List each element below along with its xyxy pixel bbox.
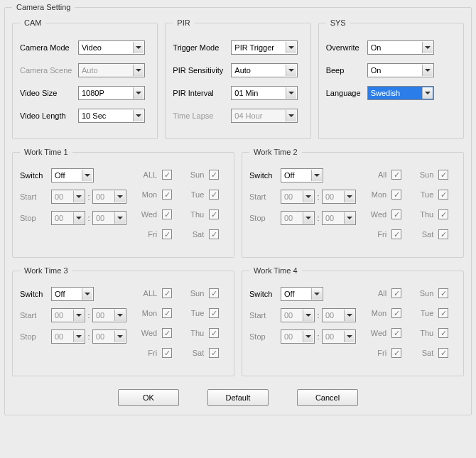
- day-checkbox-sun[interactable]: [209, 170, 219, 180]
- pir-sensitivity-select[interactable]: Auto: [231, 63, 298, 77]
- day-checkbox-thu[interactable]: [209, 328, 219, 338]
- day-label-tue: Tue: [412, 190, 433, 199]
- day-checkbox-fri[interactable]: [162, 348, 172, 358]
- day-checkbox-thu[interactable]: [209, 209, 219, 219]
- chevron-down-icon: [73, 191, 84, 202]
- switch-select[interactable]: Off: [281, 168, 323, 182]
- day-checkbox-tue[interactable]: [438, 190, 448, 200]
- day-checkbox-sun[interactable]: [438, 170, 448, 180]
- day-checkbox-mon[interactable]: [162, 190, 172, 200]
- switch-select[interactable]: Off: [281, 287, 323, 301]
- chevron-down-icon: [303, 331, 313, 342]
- chevron-down-icon: [311, 288, 322, 300]
- chevron-down-icon: [133, 87, 144, 99]
- day-checkbox-fri[interactable]: [391, 348, 401, 358]
- pir-interval-select[interactable]: 01 Min: [231, 86, 298, 100]
- pir-group: PIR Trigger Mode PIR Trigger PIR Sensiti…: [165, 18, 310, 139]
- day-label-tue: Tue: [183, 309, 204, 317]
- camera-mode-select[interactable]: Video: [78, 40, 145, 55]
- day-label-sun: Sun: [183, 170, 204, 179]
- day-label-thu: Thu: [412, 210, 433, 219]
- day-checkbox-sat[interactable]: [209, 348, 219, 358]
- default-button[interactable]: Default: [207, 389, 269, 406]
- day-checkbox-mon[interactable]: [391, 190, 401, 200]
- day-label-sun: Sun: [183, 289, 204, 298]
- chevron-down-icon: [344, 310, 355, 321]
- chevron-down-icon: [114, 191, 125, 202]
- day-checkbox-wed[interactable]: [162, 209, 172, 219]
- day-checkbox-wed[interactable]: [391, 328, 401, 338]
- day-checkbox-wed[interactable]: [162, 328, 172, 338]
- day-label-thu: Thu: [412, 329, 433, 337]
- chevron-down-icon: [303, 310, 313, 321]
- chevron-down-icon: [286, 65, 296, 76]
- ok-button[interactable]: OK: [118, 389, 179, 406]
- day-checkbox-sat[interactable]: [209, 229, 219, 239]
- day-label-all: All: [363, 289, 386, 298]
- worktime-1-legend: Work Time 1: [20, 148, 72, 156]
- sys-group: SYS Overwrite On Beep On Language Swedis…: [318, 18, 464, 139]
- time-lapse-select: 04 Hour: [231, 109, 298, 123]
- day-label-tue: Tue: [183, 190, 204, 199]
- chevron-down-icon: [344, 191, 355, 202]
- language-select[interactable]: Swedish: [367, 86, 434, 100]
- day-label-sun: Sun: [412, 170, 433, 179]
- switch-label: Switch: [20, 290, 51, 298]
- beep-select[interactable]: On: [367, 63, 434, 77]
- chevron-down-icon: [114, 212, 125, 224]
- video-length-select[interactable]: 10 Sec: [78, 109, 145, 123]
- day-checkbox-sun[interactable]: [438, 288, 448, 298]
- day-label-fri: Fri: [134, 349, 157, 357]
- switch-select[interactable]: Off: [51, 168, 94, 182]
- day-checkbox-mon[interactable]: [391, 308, 401, 318]
- day-checkbox-all[interactable]: [162, 288, 172, 298]
- stop-min-select: 00: [322, 329, 356, 344]
- day-checkbox-tue[interactable]: [209, 308, 219, 318]
- sys-legend: SYS: [326, 18, 350, 27]
- worktime-1-group: Work Time 1 Switch Off Start 00 : 00 Sto…: [12, 148, 234, 258]
- time-lapse-row: Time Lapse 04 Hour: [173, 108, 303, 124]
- video-size-select[interactable]: 1080P: [78, 86, 145, 100]
- day-checkbox-sun[interactable]: [209, 288, 219, 298]
- cancel-button[interactable]: Cancel: [297, 389, 358, 406]
- day-checkbox-tue[interactable]: [209, 190, 219, 200]
- day-label-wed: Wed: [134, 329, 157, 337]
- day-label-fri: Fri: [363, 349, 386, 357]
- stop-hour-select: 00: [281, 211, 315, 225]
- day-checkbox-mon[interactable]: [162, 308, 172, 318]
- day-checkbox-fri[interactable]: [162, 229, 172, 239]
- day-checkbox-thu[interactable]: [438, 209, 448, 219]
- stop-label: Stop: [249, 332, 281, 341]
- language-label: Language: [326, 89, 367, 97]
- trigger-mode-select[interactable]: PIR Trigger: [231, 40, 298, 55]
- chevron-down-icon: [73, 212, 84, 224]
- start-min-select: 00: [92, 190, 126, 204]
- day-label-fri: Fri: [134, 230, 157, 239]
- chevron-down-icon: [114, 310, 125, 321]
- pir-legend: PIR: [173, 18, 194, 27]
- worktime-2-group: Work Time 2 Switch Off Start 00 : 00 Sto…: [242, 148, 464, 258]
- day-label-thu: Thu: [183, 210, 204, 219]
- chevron-down-icon: [286, 42, 296, 53]
- video-size-label: Video Size: [20, 89, 78, 97]
- day-checkbox-tue[interactable]: [438, 308, 448, 318]
- day-checkbox-all[interactable]: [391, 170, 401, 180]
- day-checkbox-thu[interactable]: [438, 328, 448, 338]
- stop-min-select: 00: [322, 211, 356, 225]
- day-label-mon: Mon: [134, 190, 157, 199]
- switch-select[interactable]: Off: [51, 287, 94, 301]
- chevron-down-icon: [73, 331, 84, 342]
- overwrite-select[interactable]: On: [367, 40, 434, 55]
- chevron-down-icon: [73, 310, 84, 321]
- day-checkbox-fri[interactable]: [391, 229, 401, 239]
- day-label-sat: Sat: [183, 230, 204, 239]
- video-length-row: Video Length 10 Sec: [20, 108, 150, 124]
- language-row: Language Swedish: [326, 85, 456, 101]
- day-checkbox-all[interactable]: [162, 170, 172, 180]
- start-min-select: 00: [92, 308, 126, 322]
- day-checkbox-wed[interactable]: [391, 209, 401, 219]
- day-checkbox-all[interactable]: [391, 288, 401, 298]
- day-checkbox-sat[interactable]: [438, 229, 448, 239]
- day-label-thu: Thu: [183, 329, 204, 337]
- day-checkbox-sat[interactable]: [438, 348, 448, 358]
